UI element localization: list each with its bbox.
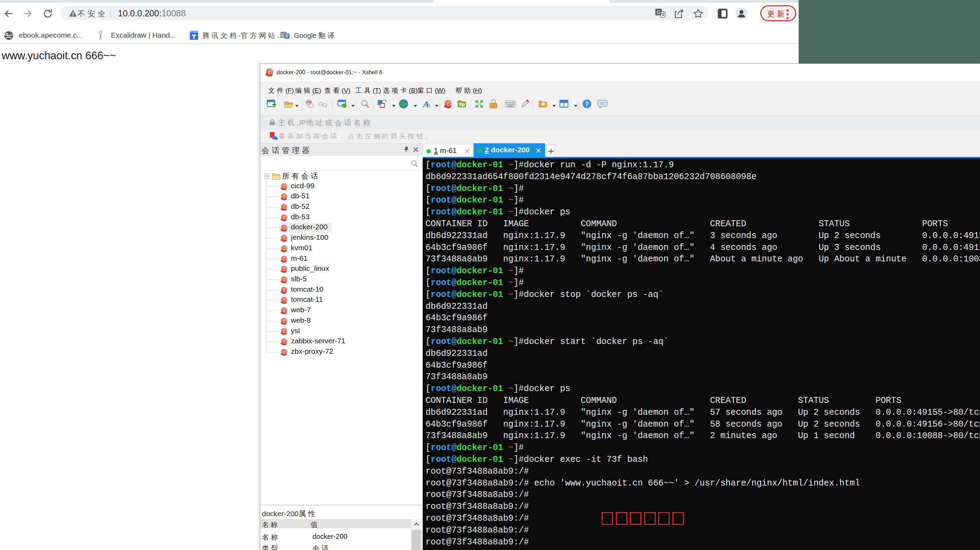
svg-text:ftp: ftp bbox=[459, 102, 465, 107]
svg-text:?: ? bbox=[585, 101, 589, 108]
svg-text:G: G bbox=[657, 10, 660, 15]
svg-text:A: A bbox=[426, 102, 430, 109]
